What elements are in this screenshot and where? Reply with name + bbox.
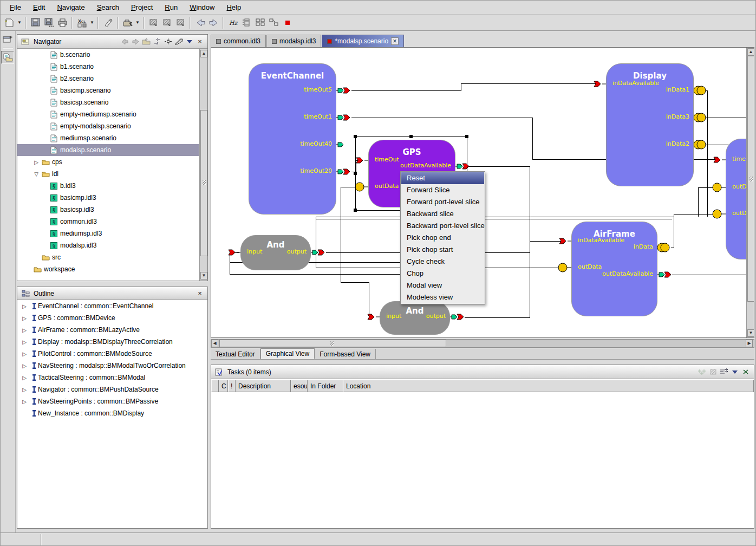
menu-project[interactable]: Project: [125, 1, 159, 14]
layout-grid-icon[interactable]: [253, 16, 267, 29]
port-inDataAvailable-icon[interactable]: [593, 80, 606, 90]
chevron-right-icon[interactable]: ▷: [21, 315, 28, 321]
nav-up-icon[interactable]: [141, 37, 152, 47]
chevron-right-icon[interactable]: ▷: [33, 159, 40, 165]
clean-icon[interactable]: [101, 16, 115, 29]
delete-task-icon[interactable]: [708, 367, 719, 377]
outline-item[interactable]: ▷Navigator : common::BMPushDataSource: [17, 384, 207, 395]
close-icon[interactable]: ×: [195, 289, 205, 297]
scroll-right-button[interactable]: ▶: [746, 340, 753, 347]
tasks-column-![interactable]: !: [228, 380, 236, 392]
context-menu-item-forward-port-level-slice[interactable]: Forward port-level slice: [401, 196, 484, 208]
stop-icon[interactable]: [281, 16, 294, 29]
tree-item-src[interactable]: src: [17, 251, 199, 263]
chevron-right-icon[interactable]: ▷: [21, 351, 28, 357]
navigator-scrollbar[interactable]: ▲ ▼: [199, 49, 207, 281]
scroll-left-button[interactable]: ◀: [211, 340, 218, 347]
slice-icon[interactable]: [147, 16, 160, 29]
port-timeOut40-icon[interactable]: [336, 140, 353, 151]
slice-icon[interactable]: [174, 16, 187, 29]
outline-item[interactable]: ▷AirFrame : common::BMLazyActive: [17, 324, 207, 336]
port-inDataAvailable-icon[interactable]: [558, 237, 571, 247]
tree-item-empty-mediumsp.scenario[interactable]: empty-mediumsp.scenario: [17, 108, 199, 120]
tree-item-cps[interactable]: ▷cps: [17, 156, 199, 168]
context-menu-item-chop[interactable]: Chop: [401, 268, 484, 280]
editor-scrollbar-horizontal[interactable]: ◀ ▶: [211, 339, 754, 348]
editor-tab-modalsp.scenario[interactable]: *modalsp.scenario×: [322, 35, 404, 47]
outline-item[interactable]: ▷NavSteering : modalsp::BMModalTwoOrCorr…: [17, 360, 207, 372]
tree-item-common.idl3[interactable]: §common.idl3: [17, 216, 199, 227]
tree-item-basicsp.scenario[interactable]: basicsp.scenario: [17, 96, 199, 108]
tree-item-empty-modalsp.scenario[interactable]: empty-modalsp.scenario: [17, 120, 199, 132]
context-menu-item-backward-port-level-slice[interactable]: Backward port-level slice: [401, 220, 484, 232]
port-output-icon[interactable]: [450, 313, 467, 323]
open-perspective-icon[interactable]: [1, 32, 14, 46]
hz-icon[interactable]: Hz: [226, 16, 240, 29]
editor-tab-modalsp.idl3[interactable]: modalsp.idl3: [266, 35, 321, 47]
view-tab-graphical-view[interactable]: Graphical View: [260, 348, 315, 359]
tree-item-basicmp.scenario[interactable]: basicmp.scenario: [17, 84, 199, 96]
context-menu-item-backward-slice[interactable]: Backward slice: [401, 208, 484, 220]
tree-item-idl[interactable]: ▽idl: [17, 168, 199, 180]
menu-run[interactable]: Run: [159, 1, 184, 14]
chevron-right-icon[interactable]: ▷: [21, 363, 28, 369]
port-timeOut-icon[interactable]: [355, 156, 368, 166]
port-output-icon[interactable]: [311, 248, 328, 258]
port-outD-icon[interactable]: [712, 182, 726, 194]
chevron-down-icon[interactable]: ▽: [33, 171, 40, 177]
scroll-thumb[interactable]: [200, 110, 207, 256]
chevron-right-icon[interactable]: ▷: [21, 303, 28, 309]
context-menu-item-modal-view[interactable]: Modal view: [401, 280, 484, 291]
port-timeOut20-icon[interactable]: [336, 167, 353, 178]
port-outData-icon[interactable]: [354, 181, 368, 194]
chevron-right-icon[interactable]: ▷: [21, 327, 28, 333]
outline-item[interactable]: ▷NavSteeringPoints : common::BMPassive: [17, 395, 207, 407]
tree-item-mediumsp.idl3[interactable]: §mediumsp.idl3: [17, 227, 199, 239]
outline-item[interactable]: ▷Display : modalsp::BMDisplayThreeCorrel…: [17, 336, 207, 348]
port-time-icon[interactable]: [713, 155, 726, 166]
port-inData3-icon[interactable]: [694, 112, 708, 125]
print-icon[interactable]: [56, 16, 69, 29]
nav-filter-icon[interactable]: [173, 37, 184, 47]
tree-item-mediumsp.scenario[interactable]: mediumsp.scenario: [17, 132, 199, 144]
view-tab-textual-editor[interactable]: Textual Editor: [211, 349, 260, 359]
outline-item[interactable]: ▷EventChannel : common::EventChannel: [17, 300, 207, 312]
close-icon[interactable]: [740, 367, 751, 377]
context-menu-item-pick-chop-start[interactable]: Pick chop start: [401, 244, 484, 256]
chevron-right-icon[interactable]: ▷: [21, 339, 28, 345]
port-outD-icon[interactable]: [712, 209, 726, 221]
menu-help[interactable]: Help: [220, 1, 247, 14]
tree-item-basicmp.idl3[interactable]: §basicmp.idl3: [17, 192, 199, 204]
tree-item-b1.scenario[interactable]: b1.scenario: [17, 61, 199, 73]
port-outData-icon[interactable]: [557, 262, 571, 275]
nav-collapse-icon[interactable]: [162, 37, 173, 47]
layout-list-icon[interactable]: [240, 16, 253, 29]
dropdown-icon[interactable]: ▼: [16, 20, 23, 25]
context-menu-item-modeless-view[interactable]: Modeless view: [401, 291, 484, 303]
diagram-canvas[interactable]: EventChanneltimeOut5timeOut1timeOut40tim…: [211, 48, 746, 337]
context-menu-item-pick-chop-end[interactable]: Pick chop end: [401, 232, 484, 244]
tree-item-modalsp.scenario[interactable]: modalsp.scenario: [17, 144, 199, 156]
slice-icon[interactable]: [160, 16, 174, 29]
menu-file[interactable]: File: [4, 1, 27, 14]
new-task-icon[interactable]: [697, 367, 708, 377]
scroll-down-button[interactable]: ▼: [747, 329, 754, 337]
codegen-icon[interactable]: XGL: [75, 16, 89, 29]
port-timeOut5-icon[interactable]: [336, 86, 353, 96]
chevron-right-icon[interactable]: ▷: [21, 387, 28, 393]
tree-item-b2.scenario[interactable]: b2.scenario: [17, 73, 199, 84]
view-menu-icon[interactable]: [184, 37, 195, 47]
menu-navigate[interactable]: Navigate: [51, 1, 90, 14]
editor-scrollbar-vertical[interactable]: ▲ ▼: [746, 48, 754, 337]
tasks-column-esour[interactable]: esour: [291, 380, 308, 392]
nav-forward-icon[interactable]: [130, 37, 141, 47]
tree-item-b.idl3[interactable]: §b.idl3: [17, 180, 199, 192]
forward-icon[interactable]: [207, 16, 220, 29]
filter-icon[interactable]: [719, 367, 729, 377]
view-menu-icon[interactable]: [729, 367, 740, 377]
tree-item-workspace[interactable]: workspace: [17, 263, 199, 275]
port-inData1-icon[interactable]: [694, 85, 708, 98]
scroll-up-button[interactable]: ▲: [200, 50, 207, 57]
dropdown-icon[interactable]: ▼: [89, 20, 95, 25]
tasks-column-In Folder[interactable]: In Folder: [308, 380, 343, 392]
